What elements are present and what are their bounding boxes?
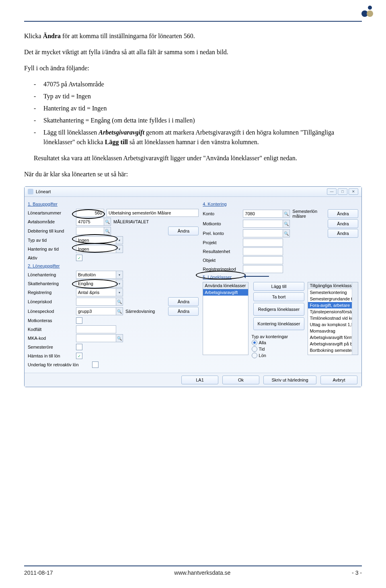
chevron-down-icon[interactable]: ▾ — [116, 245, 123, 253]
lonespec-label: Lönespeckod — [28, 309, 76, 314]
scrollbar[interactable] — [352, 282, 358, 355]
avtalsomrade-label: Avtalsområde — [28, 219, 76, 224]
chevron-down-icon[interactable]: ▾ — [116, 288, 123, 296]
list-item[interactable]: Bortbokning semesterskuld — [308, 347, 358, 353]
radio-lon[interactable] — [252, 353, 257, 358]
konto-input[interactable]: 7080 — [243, 210, 283, 218]
kodfalt-input[interactable] — [76, 325, 116, 333]
underlag-checkbox[interactable] — [92, 361, 99, 368]
result-paragraph: Resultatet ska vara att löneklassen Arbe… — [34, 153, 362, 163]
lookup-icon[interactable]: 🔍 — [104, 227, 111, 235]
konto-text: Semesterlön målare — [292, 209, 326, 218]
andra-button[interactable]: Ändra — [328, 219, 358, 228]
lookup-icon[interactable]: 🔍 — [116, 307, 123, 315]
skriv-ut-button[interactable]: Skriv ut härledning — [263, 376, 316, 384]
avtalsomrade-text: MÅLERIAVTALET — [113, 219, 199, 224]
ok-button[interactable]: Ok — [222, 376, 259, 384]
lonespec-input[interactable]: grupp3 — [76, 307, 116, 315]
radio-label: Lön — [259, 353, 266, 358]
lagg-till-button[interactable]: Lägg till — [253, 282, 305, 291]
list-item[interactable]: Timlönekostnad vid komptid — [308, 315, 358, 321]
debitering-input[interactable] — [76, 227, 104, 235]
window-title: Löneart — [36, 189, 51, 194]
kontering-button[interactable]: Kontering löneklasser — [253, 317, 305, 330]
radio-alla[interactable] — [252, 340, 257, 345]
konto-label: Konto — [203, 211, 243, 216]
lookup-icon[interactable]: 🔍 — [283, 210, 290, 218]
andra-button[interactable]: Ändra — [168, 307, 199, 316]
hantering-select[interactable]: Ingen — [76, 245, 116, 253]
avbryt-button[interactable]: Avbryt — [320, 376, 357, 384]
window-close-button[interactable]: ✕ — [349, 188, 358, 195]
list-item[interactable]: Arbetsgivaravgift — [203, 289, 248, 296]
footer-page: - 3 - — [352, 570, 362, 576]
lonepriskod-label: Lönepriskod — [28, 299, 76, 304]
redigera-button[interactable]: Redigera löneklasser — [253, 303, 305, 316]
typ-av-kontering-label: Typ av konteringar — [252, 334, 305, 339]
annotation-arrow — [245, 276, 269, 277]
prel-label: Prel. konto — [203, 231, 243, 236]
registrering-select[interactable]: Antal &pris — [76, 288, 116, 296]
lonespec-text: Särredovisning — [125, 309, 166, 314]
la1-button[interactable]: LA1 — [181, 376, 218, 384]
lookup-icon[interactable]: 🔍 — [283, 229, 290, 237]
chevron-down-icon[interactable]: ▾ — [116, 280, 123, 288]
lonepriskod-input[interactable] — [76, 298, 116, 306]
list-item[interactable]: Semestergrundande tjänstemän — [308, 296, 358, 302]
radio-tid[interactable] — [252, 346, 257, 352]
window-maximize-button[interactable]: □ — [338, 188, 347, 195]
projekt-input[interactable] — [243, 239, 283, 247]
skatte-label: Skattehantering — [28, 281, 76, 286]
used-loneklasser-listbox[interactable]: Använda löneklasser Arbetsgivaravgift — [203, 282, 248, 355]
regkod-input[interactable] — [243, 265, 283, 273]
list-item[interactable]: Granskningsarvode — [308, 353, 358, 355]
objekt-input[interactable] — [243, 256, 283, 264]
prel-input[interactable] — [243, 229, 283, 237]
chevron-down-icon[interactable]: ▾ — [116, 271, 123, 279]
lookup-icon[interactable]: 🔍 — [283, 220, 290, 228]
radio-label: Alla — [259, 340, 266, 345]
motkonteras-label: Motkonteras — [28, 318, 76, 323]
lookup-icon[interactable]: 🔍 — [116, 298, 123, 306]
typ-av-tid-select[interactable]: Ingen — [76, 236, 116, 244]
motkonteras-checkbox[interactable] — [76, 317, 82, 324]
motkonto-input[interactable] — [243, 220, 283, 228]
hamtas-checkbox[interactable]: ✓ — [76, 353, 82, 359]
intro-paragraph-1: Klicka Ändra för att komma till inställn… — [24, 31, 362, 41]
lonehantering-select[interactable]: Bruttolön — [76, 271, 116, 279]
list-item[interactable]: Tjänstepensionsförsäkring — [308, 308, 358, 315]
loneartsnummer-input[interactable]: 560 — [76, 209, 104, 217]
list-item[interactable]: Momsavdrag — [308, 328, 358, 334]
list-item[interactable]: Fora-avgift, arbetare — [308, 302, 358, 308]
loneart-window: Löneart — □ ✕ 1. Basuppgifter Löneartsnu… — [24, 186, 362, 387]
andra-button[interactable]: Ändra — [168, 297, 199, 306]
ta-bort-button[interactable]: Ta bort — [253, 292, 305, 301]
intro-paragraph-2: Det är mycket viktigt att fylla i/ändra … — [24, 47, 362, 57]
avtalsomrade-input[interactable]: 47075 — [76, 218, 104, 226]
radio-label: Tid — [259, 347, 265, 351]
available-loneklasser-listbox[interactable]: Tillgängliga löneklasser Semesterkonteri… — [308, 282, 358, 355]
andra-button[interactable]: Ändra — [328, 209, 358, 218]
lookup-icon[interactable]: 🔍 — [116, 334, 123, 342]
hantering-label: Hantering av tid — [28, 247, 76, 251]
mka-input[interactable] — [76, 334, 116, 342]
footer-rule — [24, 566, 362, 566]
list-item[interactable]: Arbetsgivaravgift på bensinförmå — [308, 341, 358, 347]
projekt-label: Projekt — [203, 240, 243, 245]
list-item: Lägg till löneklassen Arbetsgivaravgift … — [34, 128, 362, 147]
skatte-select[interactable]: Engång — [76, 280, 116, 288]
list-item[interactable]: Semesterkontering — [308, 289, 358, 296]
resultat-input[interactable] — [243, 247, 283, 255]
chevron-down-icon[interactable]: ▾ — [116, 236, 123, 244]
loneart-name-input[interactable]: Utbetalning semesterlön Målare — [107, 209, 199, 217]
semester-checkbox[interactable] — [76, 344, 82, 350]
andra-button[interactable]: Ändra — [328, 229, 358, 238]
list-item[interactable]: Arbetsgivaravgift förmån — [308, 334, 358, 341]
aktiv-checkbox[interactable]: ✓ — [76, 255, 82, 261]
resultat-label: Resultatenhet — [203, 249, 243, 254]
window-minimize-button[interactable]: — — [327, 188, 337, 195]
list-item[interactable]: Uttag av kompkost 1,5 — [308, 321, 358, 328]
company-logo — [359, 4, 374, 18]
andra-button[interactable]: Ändra — [168, 227, 199, 235]
lookup-icon[interactable]: 🔍 — [104, 218, 111, 226]
